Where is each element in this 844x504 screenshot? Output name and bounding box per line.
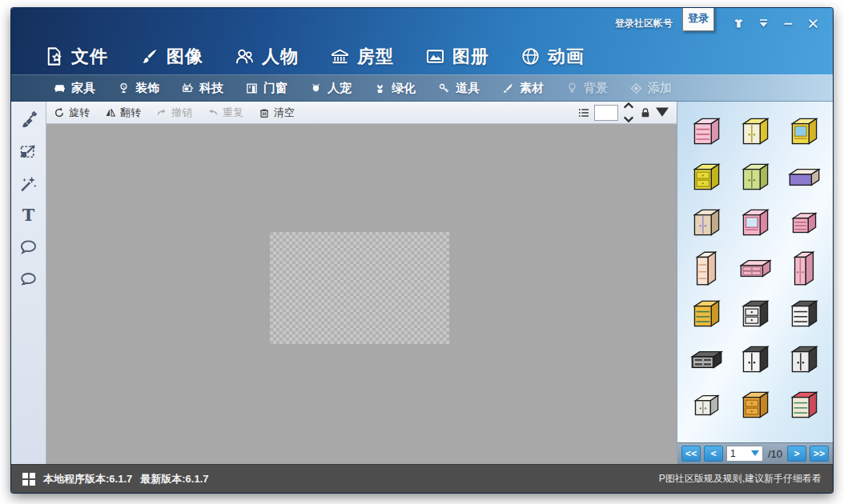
- rotate-button[interactable]: 旋转: [53, 106, 90, 120]
- furniture-item-yellow-mirror-cabinet[interactable]: [779, 108, 828, 154]
- minimize-icon[interactable]: [782, 17, 795, 30]
- pet-icon: [309, 82, 323, 95]
- category-doors[interactable]: 门窗: [245, 81, 287, 96]
- menu-item-label: 动画: [548, 45, 585, 69]
- tool-sidebar: T: [11, 102, 46, 464]
- category-decor[interactable]: 装饰: [117, 81, 159, 96]
- furniture-item-red-green-bookshelf[interactable]: [779, 382, 828, 427]
- menu-item-label: 房型: [357, 45, 394, 69]
- brush-icon: [139, 46, 160, 67]
- page-select[interactable]: 1: [726, 446, 763, 462]
- building-icon: [329, 46, 351, 67]
- furniture-item-tan-purple-wardrobe[interactable]: [682, 199, 731, 245]
- canvas[interactable]: [46, 124, 677, 464]
- frame-size-input[interactable]: [594, 105, 618, 121]
- latest-version-label: 最新版本:6.1.7: [140, 472, 208, 486]
- first-page-button[interactable]: <<: [681, 446, 701, 462]
- furniture-item-pink-nightstand[interactable]: [779, 199, 828, 245]
- menu-item-file[interactable]: 文件: [43, 45, 108, 69]
- menu-item-label: 图像: [167, 45, 203, 69]
- next-page-button[interactable]: >: [787, 446, 806, 462]
- category-background[interactable]: 背景: [565, 81, 608, 96]
- edit-toolbar: 旋转翻转撤销重复清空: [46, 102, 677, 124]
- chevron-down-icon: [751, 448, 759, 459]
- thought-bubble-tool[interactable]: [14, 266, 43, 295]
- list-icon[interactable]: [577, 106, 590, 119]
- menu-item-label: 图册: [452, 45, 489, 69]
- local-version-label: 本地程序版本:6.1.7: [43, 472, 132, 486]
- furniture-grid: [677, 102, 833, 442]
- transform-tool[interactable]: [14, 138, 43, 167]
- text-tool[interactable]: T: [14, 202, 43, 231]
- collapse-icon[interactable]: [757, 17, 770, 30]
- furniture-item-yellow-green-bookshelf[interactable]: [682, 290, 731, 336]
- furniture-item-black-drawer-cabinet[interactable]: [731, 290, 780, 336]
- category-add[interactable]: 添加: [629, 81, 672, 96]
- skin-shirt-icon[interactable]: [732, 17, 746, 30]
- value-stepper[interactable]: [622, 99, 635, 126]
- prev-page-button[interactable]: <: [704, 446, 723, 462]
- furniture-item-dark-tv-stand[interactable]: [682, 336, 731, 382]
- category-label: 科技: [199, 81, 223, 96]
- category-furniture[interactable]: 家具: [53, 81, 95, 96]
- page-total-label: /10: [768, 448, 782, 460]
- furniture-item-black-white-cabinet[interactable]: [779, 336, 828, 382]
- login-button[interactable]: 登录: [682, 8, 714, 31]
- speech-bubble-icon: [18, 238, 38, 261]
- category-pets[interactable]: 人宠: [309, 81, 352, 96]
- menu-item-album[interactable]: 图册: [424, 45, 489, 69]
- edit-item-label: 旋转: [69, 106, 90, 120]
- category-green[interactable]: 绿化: [373, 81, 416, 96]
- undo-button[interactable]: 撤销: [155, 106, 192, 120]
- menu-item-label: 人物: [262, 45, 299, 69]
- menu-item-room[interactable]: 房型: [329, 45, 394, 69]
- furniture-item-pink-shelf-cabinet[interactable]: [682, 108, 731, 154]
- category-props[interactable]: 道具: [437, 81, 480, 96]
- furniture-item-yellow-dresser[interactable]: [682, 154, 731, 199]
- redo-button[interactable]: 重复: [207, 106, 243, 120]
- text-icon: T: [18, 206, 38, 229]
- lock-icon[interactable]: [639, 106, 652, 119]
- brush-edit-icon: [18, 110, 38, 133]
- chevron-up-icon[interactable]: [622, 99, 635, 112]
- edit-toolbar-right: [577, 99, 669, 126]
- edit-item-label: 翻转: [120, 106, 141, 120]
- speech-bubble-tool[interactable]: [14, 234, 43, 263]
- furniture-item-purple-white-nightstand[interactable]: [779, 154, 828, 199]
- magic-wand-tool[interactable]: [14, 170, 43, 199]
- furniture-item-white-gray-cabinet[interactable]: [682, 382, 731, 427]
- undo-icon: [155, 106, 168, 119]
- category-tech[interactable]: 科技: [181, 81, 223, 96]
- menu-item-person[interactable]: 人物: [234, 45, 299, 69]
- last-page-button[interactable]: >>: [810, 446, 829, 462]
- globe-icon: [520, 46, 541, 67]
- menu-item-image[interactable]: 图像: [139, 45, 203, 69]
- category-label: 人宠: [328, 81, 352, 96]
- transparent-artboard: [270, 232, 449, 344]
- flip-button[interactable]: 翻转: [104, 106, 141, 120]
- menu-item-animation[interactable]: 动画: [520, 45, 585, 69]
- furniture-item-yellow-wardrobe[interactable]: [731, 108, 780, 154]
- clear-button[interactable]: 清空: [258, 106, 295, 120]
- speech-bubble2-icon: [18, 270, 38, 293]
- close-icon[interactable]: [806, 17, 820, 30]
- redo-icon: [207, 106, 219, 119]
- people-icon: [234, 46, 255, 67]
- furniture-item-black-white-wardrobe[interactable]: [731, 336, 780, 382]
- trash-icon: [258, 106, 271, 119]
- furniture-item-pink-tall-wardrobe[interactable]: [779, 245, 828, 290]
- edit-item-label: 撤销: [171, 106, 192, 120]
- lock-menu-caret-icon[interactable]: [656, 106, 669, 119]
- furniture-item-pink-low-cabinet[interactable]: [731, 245, 780, 290]
- furniture-item-green-bear-cabinet[interactable]: [731, 154, 780, 199]
- key-icon: [437, 82, 451, 95]
- paint-edit-tool[interactable]: [14, 106, 43, 135]
- mirror-lamp-icon: [117, 82, 131, 95]
- furniture-item-orange-dresser[interactable]: [731, 382, 780, 427]
- category-material[interactable]: 素材: [501, 81, 544, 96]
- menu-item-label: 文件: [71, 45, 108, 69]
- furniture-item-pink-vanity-mirror[interactable]: [731, 199, 780, 245]
- furniture-item-peach-tall-shelf[interactable]: [682, 245, 731, 290]
- furniture-item-black-shelf-cabinet[interactable]: [779, 290, 828, 336]
- community-rules-link[interactable]: P图社区版规及规则,建议新手仔细看看: [659, 472, 822, 486]
